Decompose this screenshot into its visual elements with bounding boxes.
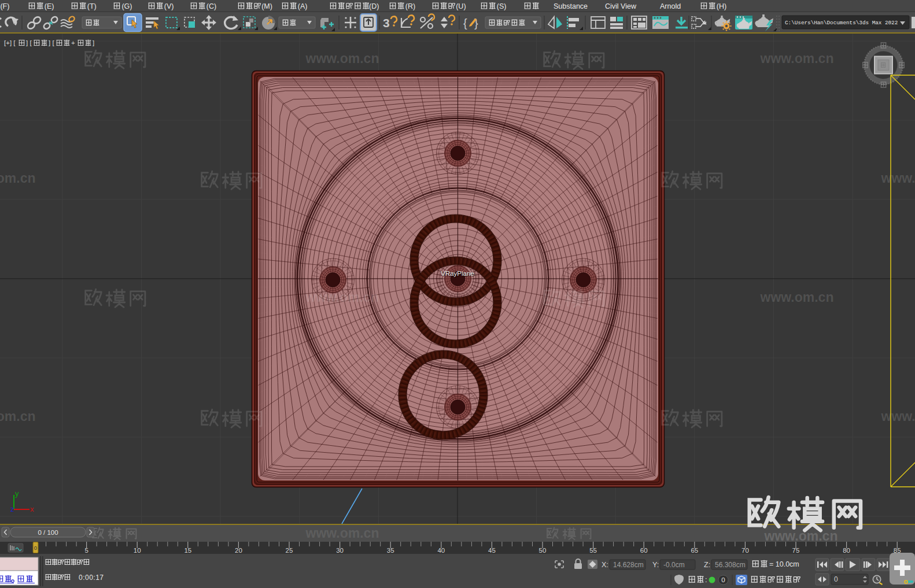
svg-text:www.om.cn: www.om.cn: [881, 409, 915, 424]
svg-text:[+] [: [+] [: [4, 39, 16, 46]
svg-text:70: 70: [741, 547, 749, 554]
svg-text:www.om.cn: www.om.cn: [305, 51, 379, 66]
svg-text:75: 75: [792, 547, 800, 554]
svg-text:(R): (R): [405, 2, 415, 10]
svg-text:(V): (V): [164, 2, 174, 10]
svg-text:40: 40: [437, 547, 445, 554]
svg-text:www.om.cn: www.om.cn: [0, 409, 35, 424]
svg-text:www.om.cn: www.om.cn: [760, 51, 834, 66]
svg-text:]: ]: [93, 39, 94, 46]
svg-text:(G): (G): [121, 2, 132, 10]
svg-text:Substance: Substance: [554, 2, 588, 10]
svg-text:50: 50: [539, 547, 547, 554]
svg-text:y: y: [15, 489, 19, 498]
svg-text:X:: X:: [602, 561, 608, 569]
svg-text:30: 30: [336, 547, 344, 554]
svg-text:0: 0: [834, 575, 838, 583]
svg-text:-0.0cm: -0.0cm: [663, 561, 685, 569]
svg-text:www.om.cn: www.om.cn: [764, 528, 838, 541]
svg-text:+: +: [71, 39, 75, 46]
svg-text:25: 25: [286, 547, 293, 554]
svg-text:{: {: [463, 17, 467, 29]
svg-text:C:\Users\Han\Documents\3ds Max: C:\Users\Han\Documents\3ds Max 2022: [785, 20, 898, 26]
svg-text:0:00:17: 0:00:17: [79, 574, 104, 582]
svg-text:Z:: Z:: [704, 561, 710, 569]
svg-text:www.om.cn: www.om.cn: [881, 171, 915, 186]
svg-text:(T): (T): [87, 2, 97, 10]
svg-text:Arnold: Arnold: [660, 2, 681, 10]
svg-text:35: 35: [387, 547, 394, 554]
svg-text:(M): (M): [261, 2, 272, 10]
svg-text:VRayPlane: VRayPlane: [441, 270, 474, 277]
svg-text:60: 60: [640, 547, 648, 554]
svg-text:20: 20: [235, 547, 242, 554]
svg-text:0: 0: [34, 545, 37, 551]
svg-text:(E): (E): [45, 2, 54, 10]
svg-text:Civil View: Civil View: [605, 2, 637, 10]
svg-text:15: 15: [184, 547, 191, 554]
svg-text:80: 80: [843, 547, 850, 554]
svg-text::: :: [705, 576, 707, 584]
svg-text:3: 3: [383, 16, 390, 29]
svg-text:65: 65: [691, 547, 698, 554]
svg-text:(U): (U): [456, 2, 466, 10]
svg-text:0 / 100: 0 / 100: [38, 529, 58, 536]
svg-text:(S): (S): [497, 2, 507, 10]
svg-text:www.om.cn: www.om.cn: [305, 526, 379, 541]
svg-text:www.om.cn: www.om.cn: [0, 171, 35, 186]
svg-text:z: z: [10, 505, 14, 513]
svg-text:(C): (C): [206, 2, 216, 10]
svg-text:5: 5: [84, 547, 88, 554]
svg-text:(D): (D): [369, 2, 379, 10]
svg-text:(F): (F): [0, 2, 9, 10]
svg-text:45: 45: [488, 547, 496, 554]
svg-text:(H): (H): [717, 2, 726, 10]
svg-text:www.om.cn: www.om.cn: [760, 290, 834, 305]
svg-text:x: x: [30, 505, 34, 513]
svg-text:] [: ] [: [49, 39, 54, 46]
svg-text:56.308cm: 56.308cm: [715, 561, 746, 569]
svg-text:= 10.0cm: = 10.0cm: [769, 560, 799, 568]
svg-text:14.628cm: 14.628cm: [613, 561, 644, 569]
svg-text:Y:: Y:: [652, 561, 659, 569]
svg-text:0: 0: [721, 576, 725, 583]
svg-text:10: 10: [134, 547, 141, 554]
svg-text:(A): (A): [298, 2, 308, 10]
svg-text:www.om.cn: www.om.cn: [305, 290, 379, 305]
svg-text:55: 55: [589, 547, 597, 554]
svg-text:] [: ] [: [26, 39, 32, 46]
